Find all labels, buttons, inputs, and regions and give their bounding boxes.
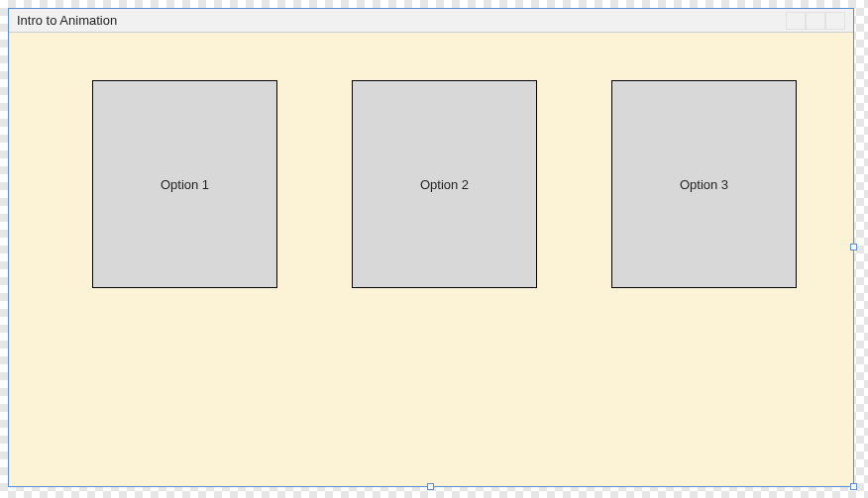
option-label: Option 2 (420, 177, 469, 192)
caption-buttons-placeholder (786, 12, 845, 30)
resize-handle-right[interactable] (850, 244, 857, 250)
option-card-2[interactable]: Option 2 (352, 80, 537, 288)
maximize-icon[interactable] (806, 12, 825, 30)
titlebar[interactable]: Intro to Animation (9, 9, 853, 33)
editor-canvas: Intro to Animation Option 1 Option 2 Opt… (8, 8, 860, 490)
resize-handle-bottom[interactable] (427, 483, 434, 490)
option-label: Option 3 (680, 177, 728, 192)
option-card-3[interactable]: Option 3 (611, 80, 797, 288)
close-icon[interactable] (825, 12, 845, 30)
option-label: Option 1 (161, 177, 209, 192)
option-card-1[interactable]: Option 1 (92, 80, 277, 288)
minimize-icon[interactable] (786, 12, 806, 30)
resize-handle-corner[interactable] (850, 483, 857, 490)
window-title: Intro to Animation (17, 13, 117, 28)
window-frame[interactable]: Intro to Animation Option 1 Option 2 Opt… (8, 8, 854, 487)
